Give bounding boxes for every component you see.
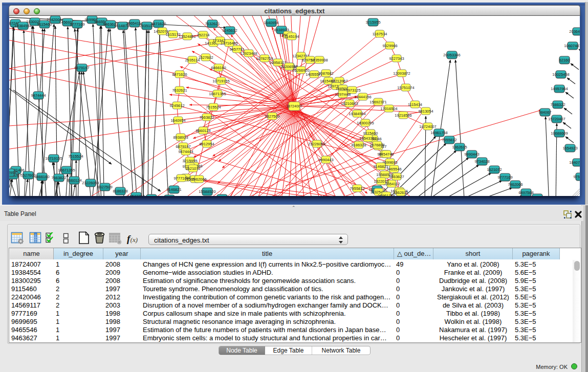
svg-text:16210643: 16210643 [341,101,358,106]
svg-text:15720407: 15720407 [548,117,565,121]
svg-text:9777169: 9777169 [70,22,84,27]
svg-text:16543362: 16543362 [127,194,144,196]
svg-text:9474444: 9474444 [178,149,193,154]
svg-text:6497568: 6497568 [518,190,533,195]
svg-text:1527602: 1527602 [198,55,213,60]
svg-text:3215955: 3215955 [365,20,380,25]
svg-text:6466160: 6466160 [211,65,226,70]
svg-text:7663822: 7663822 [199,115,214,120]
svg-text:16543362: 16543362 [359,136,376,141]
svg-text:19384554: 19384554 [349,112,365,116]
svg-text:12093872: 12093872 [393,71,410,76]
svg-text:1640954: 1640954 [170,118,185,123]
svg-text:9777169: 9777169 [497,175,512,180]
svg-text:252214: 252214 [197,33,209,37]
svg-text:10025458: 10025458 [552,72,569,77]
svg-text:8813054: 8813054 [418,109,433,114]
svg-text:6466160: 6466160 [34,174,49,179]
svg-text:2935114: 2935114 [185,58,200,62]
svg-text:10607487: 10607487 [564,43,580,48]
svg-text:7515524: 7515524 [206,105,221,110]
svg-text:9734028: 9734028 [474,159,489,164]
svg-text:8471626: 8471626 [172,72,187,77]
svg-text:7462066: 7462066 [191,177,206,182]
svg-text:7955812: 7955812 [350,186,364,191]
svg-text:8938923: 8938923 [173,135,188,140]
svg-text:8660124: 8660124 [195,128,210,133]
svg-text:984067: 984067 [538,110,551,115]
svg-text:1167534: 1167534 [373,32,387,36]
svg-text:15588520: 15588520 [199,189,215,194]
svg-text:18407299: 18407299 [569,160,580,165]
svg-text:12444156: 12444156 [354,95,371,99]
svg-text:17016504: 17016504 [380,106,397,111]
svg-text:1621072: 1621072 [185,166,200,171]
svg-text:1322013: 1322013 [374,179,388,184]
svg-text:1621072: 1621072 [487,167,502,172]
svg-text:19218586: 19218586 [395,113,411,118]
svg-text:10688609: 10688609 [551,131,568,136]
svg-text:13524851: 13524851 [179,34,195,39]
svg-text:15751074: 15751074 [397,85,414,90]
svg-text:8186328: 8186328 [113,189,127,193]
svg-text:1640954: 1640954 [264,20,278,25]
svg-text:1654923: 1654923 [562,146,577,150]
svg-text:9777169: 9777169 [173,176,188,181]
svg-text:8186328: 8186328 [351,143,366,147]
svg-text:2087682: 2087682 [318,71,333,76]
svg-text:20053346: 20053346 [443,53,460,57]
svg-text:1115434: 1115434 [408,102,422,107]
svg-text:8912954: 8912954 [199,142,214,146]
svg-text:9146821: 9146821 [373,164,388,169]
svg-text:7515524: 7515524 [68,154,83,159]
svg-text:9327509: 9327509 [265,114,279,119]
svg-text:23226058: 23226058 [82,181,99,185]
svg-text:9146821: 9146821 [166,187,181,192]
svg-text:7663822: 7663822 [51,176,66,180]
svg-text:9329966: 9329966 [382,43,397,48]
svg-text:9474444: 9474444 [31,93,46,98]
svg-text:6879197: 6879197 [74,65,89,70]
svg-text:7462066: 7462066 [508,182,522,187]
svg-text:7955812: 7955812 [442,138,456,142]
svg-text:62160: 62160 [559,58,570,62]
svg-text:8660124: 8660124 [67,178,81,183]
svg-text:23226058: 23226058 [308,142,325,146]
svg-text:16961758: 16961758 [430,130,447,135]
svg-text:9990443: 9990443 [464,152,479,157]
svg-text:10719155: 10719155 [45,156,62,161]
svg-text:8471626: 8471626 [151,21,166,26]
svg-text:2676808: 2676808 [369,143,384,147]
svg-text:15692371: 15692371 [369,100,386,104]
svg-text:18300295: 18300295 [357,121,374,125]
svg-text:9227343: 9227343 [389,56,404,61]
svg-text:9115460: 9115460 [37,22,52,27]
svg-text:1362615: 1362615 [452,145,467,149]
svg-text:18724007: 18724007 [419,124,436,129]
svg-text:7632621: 7632621 [172,88,187,93]
svg-text:1362615: 1362615 [393,190,408,195]
svg-text:20364436: 20364436 [569,29,580,34]
svg-text:7632621: 7632621 [205,21,220,26]
svg-text:9327509: 9327509 [97,185,112,189]
svg-text:16671355: 16671355 [58,168,75,172]
svg-text:1527602: 1527602 [20,173,35,178]
svg-text:10719155: 10719155 [212,79,229,83]
svg-text:12923448: 12923448 [240,51,257,56]
svg-text:9990443: 9990443 [318,158,333,162]
svg-text:16671355: 16671355 [209,92,226,96]
svg-text:16961758: 16961758 [378,193,395,196]
svg-text:8454749: 8454749 [379,152,394,157]
svg-text:1297midt: 1297midt [335,92,352,97]
svg-text:18724007: 18724007 [286,104,302,108]
svg-text:15588520: 15588520 [376,172,393,177]
svg-text:9465546: 9465546 [386,167,401,171]
svg-text:9245612: 9245612 [222,28,237,33]
svg-text:1145194: 1145194 [285,34,299,39]
svg-text:1615172: 1615172 [165,32,180,37]
svg-text:8912954: 8912954 [9,170,17,175]
svg-text:13716485: 13716485 [221,41,237,46]
svg-text:1624554: 1624554 [530,195,545,196]
svg-text:14957964: 14957964 [551,86,568,91]
svg-text:17359938: 17359938 [311,58,328,62]
